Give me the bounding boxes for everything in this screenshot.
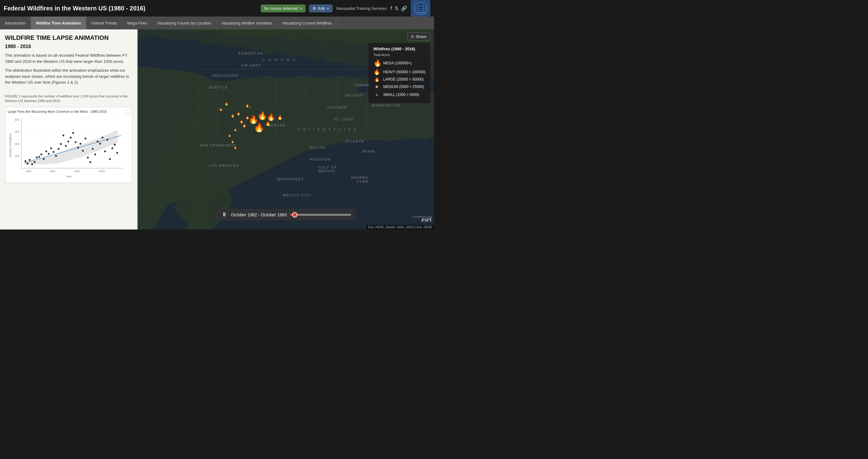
edit-badge[interactable]: ⚙ Edit × <box>309 5 332 12</box>
tab-bar: Introduction Wildfire Time Animation Ove… <box>0 17 434 29</box>
legend-title: Wildfires (1980 - 2016) <box>373 47 426 51</box>
slider-background <box>290 214 351 216</box>
legend-label-heavy: HEAVY (50000 > 100000) <box>383 70 426 74</box>
svg-text:100: 100 <box>15 154 19 157</box>
svg-point-51 <box>94 153 96 155</box>
legend-label-small: SMALL (1000 > 5000) <box>383 92 419 97</box>
legend-label-medium: MEDIUM (5000 > 25000) <box>383 85 424 89</box>
tab-visualizing-variables[interactable]: Visualizing Wildfire Variables <box>216 17 277 29</box>
chart-title: Large Fires Are Becoming More Common in … <box>8 110 129 113</box>
panel-subtitle: 1980 - 2016 <box>5 44 132 49</box>
tab-mega-fires[interactable]: Mega Fires <box>122 17 152 29</box>
svg-point-34 <box>53 151 55 153</box>
svg-point-45 <box>80 143 82 145</box>
legend-label-large: LARGE (25000 > 50000) <box>383 77 424 82</box>
svg-point-26 <box>34 161 35 163</box>
tab-visualizing-counts[interactable]: Visualizing Counts by Location <box>152 17 216 29</box>
no-issues-badge[interactable]: No issues detected × <box>261 5 306 12</box>
svg-point-27 <box>36 156 38 159</box>
svg-point-41 <box>70 137 72 139</box>
svg-text:2000: 2000 <box>74 170 80 173</box>
svg-point-58 <box>112 147 113 149</box>
share-icon: ⎘ <box>411 34 414 39</box>
svg-point-76 <box>376 85 378 88</box>
left-panel: WILDFIRE TIME LAPSE ANIMATION 1980 - 201… <box>0 29 138 229</box>
svg-text:GeoSpatial: GeoSpatial <box>415 11 426 14</box>
svg-point-37 <box>60 143 62 145</box>
tab-wildfire-time-animation[interactable]: Wildfire Time Animation <box>31 17 86 29</box>
legend-item-heavy: 🔥 HEAVY (50000 > 100000) <box>373 69 426 76</box>
link-icon[interactable]: 🔗 <box>401 5 407 11</box>
share-button[interactable]: ⎘ Share <box>407 32 430 41</box>
svg-point-36 <box>58 148 59 150</box>
svg-point-25 <box>31 163 33 165</box>
svg-text:200: 200 <box>15 142 19 146</box>
svg-point-31 <box>45 150 47 152</box>
facebook-icon[interactable]: f <box>391 5 392 11</box>
svg-point-38 <box>62 135 64 136</box>
svg-point-33 <box>50 147 52 149</box>
svg-point-35 <box>55 155 57 157</box>
svg-text:1980: 1980 <box>25 170 32 173</box>
svg-point-42 <box>72 132 74 134</box>
medium-dot-icon <box>373 83 380 90</box>
svg-point-22 <box>25 160 26 162</box>
chart-svg: 100 200 300 400 Number of Wildfires 1980… <box>8 115 129 180</box>
logo-box: GeoSpatial <box>411 0 430 17</box>
no-issues-label: No issues detected <box>264 6 298 11</box>
no-issues-close[interactable]: × <box>300 6 302 11</box>
svg-point-28 <box>38 156 40 158</box>
slider-thumb[interactable] <box>292 212 298 218</box>
svg-point-24 <box>29 159 31 161</box>
legend-item-medium: MEDIUM (5000 > 25000) <box>373 83 426 90</box>
main-content: WILDFIRE TIME LAPSE ANIMATION 1980 - 201… <box>0 29 434 229</box>
heavy-fire-icon: 🔥 <box>373 69 380 76</box>
svg-point-59 <box>114 144 116 146</box>
svg-point-54 <box>102 137 103 139</box>
svg-point-32 <box>48 153 50 155</box>
svg-point-49 <box>89 161 91 163</box>
svg-point-30 <box>43 158 45 160</box>
svg-text:Number of Wildfires: Number of Wildfires <box>9 133 12 157</box>
svg-point-47 <box>85 138 86 139</box>
gear-icon: ⚙ <box>312 6 316 11</box>
svg-point-39 <box>65 145 67 147</box>
time-slider-area: ⏸ October 1982 - October 1983 <box>216 209 356 220</box>
legend-label-mega: MEGA (100000+) <box>383 61 412 65</box>
tab-overall-trends[interactable]: Overall Trends <box>86 17 122 29</box>
app-title: Federal Wildfires in the Western US (198… <box>4 5 257 12</box>
svg-point-48 <box>87 156 89 159</box>
play-pause-button[interactable]: ⏸ <box>221 211 228 218</box>
edit-close[interactable]: × <box>327 6 329 11</box>
svg-point-77 <box>376 94 378 96</box>
time-label: October 1982 - October 1983 <box>231 212 287 217</box>
svg-text:300: 300 <box>15 130 19 133</box>
svg-point-53 <box>99 143 101 145</box>
social-icons: f 𝕏 🔗 <box>391 5 407 11</box>
panel-title: WILDFIRE TIME LAPSE ANIMATION <box>5 34 132 41</box>
legend-subtitle: Total Acres <box>373 53 426 57</box>
small-dot-icon <box>373 91 380 98</box>
legend-item-large: 🔥 LARGE (25000 > 50000) <box>373 77 426 82</box>
expand-icon[interactable]: ⛶ <box>126 109 130 114</box>
svg-text:2010: 2010 <box>99 170 105 173</box>
svg-point-23 <box>27 163 28 165</box>
svg-point-40 <box>67 141 69 142</box>
tab-introduction[interactable]: Introduction <box>0 17 31 29</box>
svg-point-55 <box>104 150 106 152</box>
map-area: C A N A D A Edmonton Calgary Vancouver S… <box>138 29 434 229</box>
mega-fire-icon: 🔥 <box>373 59 380 67</box>
chart-container: Large Fires Are Becoming More Common in … <box>5 107 132 183</box>
svg-text:1990: 1990 <box>49 170 55 173</box>
time-slider-track[interactable] <box>290 214 351 216</box>
header: Federal Wildfires in the Western US (198… <box>0 0 434 17</box>
svg-point-43 <box>75 141 76 143</box>
panel-desc1: This animation is based on all recorded … <box>5 52 132 64</box>
large-fire-icon: 🔥 <box>373 77 380 82</box>
tab-visualizing-current[interactable]: Visualizing Current Wildfires <box>277 17 337 29</box>
twitter-icon[interactable]: 𝕏 <box>395 5 399 11</box>
legend-item-small: SMALL (1000 > 5000) <box>373 91 426 98</box>
panel-fig-caption: FIGURE 1 represents the number of wildfi… <box>5 94 132 104</box>
svg-point-50 <box>92 148 94 150</box>
svg-point-57 <box>109 158 111 160</box>
